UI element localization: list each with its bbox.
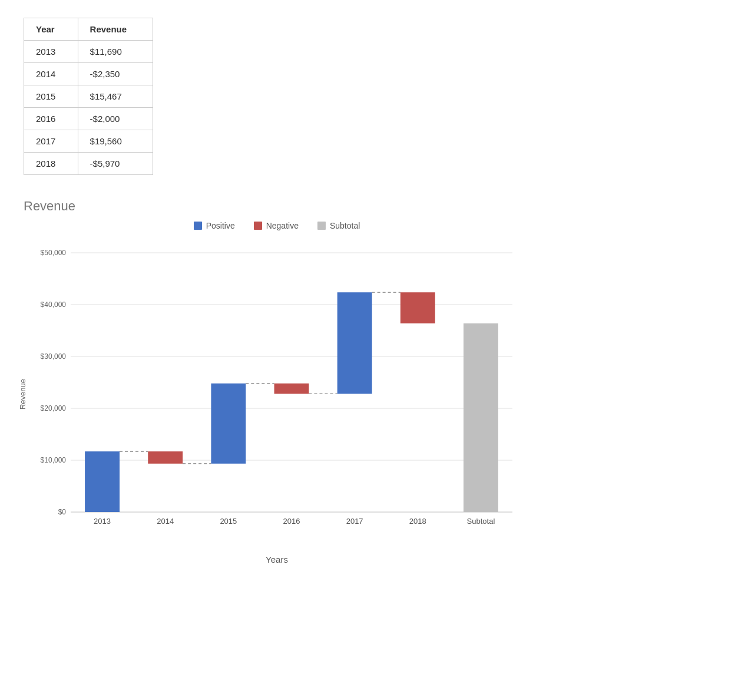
svg-text:$10,000: $10,000 <box>41 456 67 464</box>
revenue-table: Year Revenue 2013 $11,690 2014 -$2,350 2… <box>24 18 153 175</box>
table-row: 2018 -$5,970 <box>24 153 153 175</box>
revenue-cell: $19,560 <box>78 130 153 153</box>
table-row: 2016 -$2,000 <box>24 108 153 130</box>
year-header: Year <box>24 18 78 41</box>
revenue-header: Revenue <box>78 18 153 41</box>
svg-rect-26 <box>337 292 372 394</box>
svg-text:2015: 2015 <box>220 517 237 526</box>
chart-title: Revenue <box>24 199 530 214</box>
table-row: 2013 $11,690 <box>24 41 153 63</box>
year-cell: 2018 <box>24 153 78 175</box>
svg-text:$40,000: $40,000 <box>41 301 67 309</box>
svg-text:$50,000: $50,000 <box>41 249 67 257</box>
svg-text:2014: 2014 <box>157 517 174 526</box>
svg-text:2018: 2018 <box>409 517 426 526</box>
table-row: 2015 $15,467 <box>24 85 153 108</box>
legend-color-box <box>254 222 262 230</box>
chart-container: Revenue Positive Negative Subtotal Reven… <box>24 199 530 564</box>
chart-legend: Positive Negative Subtotal <box>24 221 530 230</box>
revenue-cell: $11,690 <box>78 41 153 63</box>
svg-text:2017: 2017 <box>346 517 363 526</box>
table-row: 2017 $19,560 <box>24 130 153 153</box>
legend-label: Negative <box>266 221 299 230</box>
x-axis-label: Years <box>24 554 530 564</box>
table-row: 2014 -$2,350 <box>24 63 153 85</box>
legend-item: Subtotal <box>317 221 360 230</box>
legend-color-box <box>317 222 326 230</box>
svg-rect-18 <box>85 451 120 512</box>
legend-label: Subtotal <box>330 221 360 230</box>
legend-label: Positive <box>206 221 235 230</box>
svg-rect-30 <box>464 323 498 512</box>
year-cell: 2014 <box>24 63 78 85</box>
svg-text:Subtotal: Subtotal <box>467 517 495 526</box>
revenue-cell: -$5,970 <box>78 153 153 175</box>
svg-rect-24 <box>274 384 309 394</box>
svg-text:$20,000: $20,000 <box>41 404 67 412</box>
revenue-cell: -$2,350 <box>78 63 153 85</box>
year-cell: 2016 <box>24 108 78 130</box>
year-cell: 2017 <box>24 130 78 153</box>
svg-text:$30,000: $30,000 <box>41 352 67 361</box>
legend-item: Positive <box>194 221 235 230</box>
chart-svg-wrap: $0$10,000$20,000$30,000$40,000$50,000201… <box>24 241 530 547</box>
legend-item: Negative <box>254 221 299 230</box>
svg-rect-28 <box>401 292 435 323</box>
chart-svg: $0$10,000$20,000$30,000$40,000$50,000201… <box>24 241 530 547</box>
svg-rect-22 <box>211 384 246 464</box>
legend-color-box <box>194 222 202 230</box>
svg-text:2013: 2013 <box>94 517 111 526</box>
year-cell: 2015 <box>24 85 78 108</box>
revenue-cell: $15,467 <box>78 85 153 108</box>
year-cell: 2013 <box>24 41 78 63</box>
revenue-cell: -$2,000 <box>78 108 153 130</box>
svg-text:2016: 2016 <box>283 517 300 526</box>
svg-text:$0: $0 <box>58 508 67 516</box>
svg-rect-20 <box>148 451 183 464</box>
